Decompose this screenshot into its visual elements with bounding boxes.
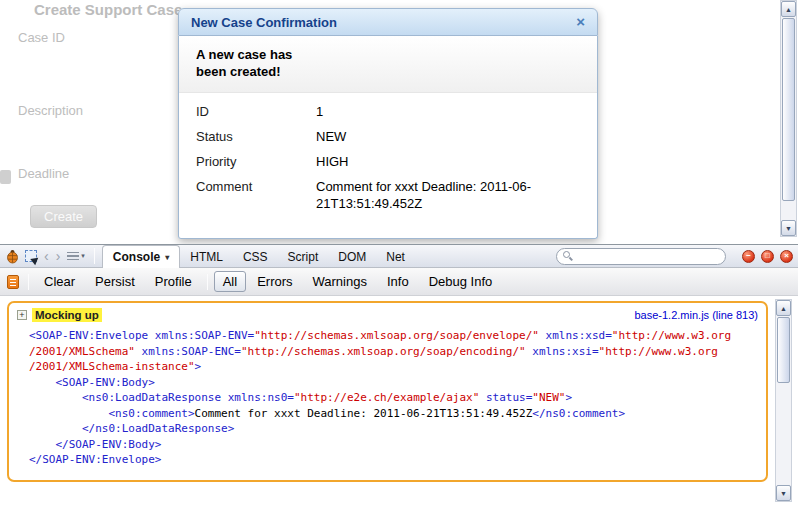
row-comment: Comment Comment for xxxt Deadline: 2011-…: [196, 178, 580, 212]
xml-segment: status=: [479, 391, 532, 404]
dialog-header: New Case Confirmation ×: [178, 8, 598, 36]
xml-segment: "http://www.w3.org: [612, 329, 731, 342]
row-id: ID 1: [196, 103, 580, 120]
tab-label: Console: [113, 250, 160, 264]
close-button[interactable]: ×: [780, 250, 793, 263]
xml-segment: </ns0:comment>: [532, 407, 625, 420]
caret-down-icon: ▾: [165, 253, 169, 262]
console-panel: + Mocking up base-1.2.min.js (line 813) …: [0, 296, 798, 519]
row-value: NEW: [316, 128, 578, 145]
tab-script[interactable]: Script: [278, 246, 329, 267]
profile-button[interactable]: Profile: [146, 271, 201, 292]
xml-output: <SOAP-ENV:Envelope xmlns:SOAP-ENV="http:…: [29, 328, 758, 468]
filter-errors[interactable]: Errors: [248, 271, 301, 292]
firebug-main-toolbar: ‹ › ▾ Console ▾ HTML CSS Script DOM Net: [0, 245, 798, 268]
calendar-icon: [0, 170, 11, 184]
xml-segment: "http://e2e.ch/example/ajax": [294, 391, 479, 404]
tab-css[interactable]: CSS: [233, 246, 278, 267]
description-label: Description: [18, 103, 83, 118]
browser-page: Create Support Case Case ID Description …: [0, 0, 798, 244]
xml-segment: "http://schemas.xmlsoap.org/soap/envelop…: [254, 329, 539, 342]
dialog-title: New Case Confirmation: [191, 15, 576, 30]
tab-dom[interactable]: DOM: [328, 246, 376, 267]
screen: Create Support Case Case ID Description …: [0, 0, 798, 519]
xml-line: /2001/XMLSchema" xmlns:SOAP-ENC="http://…: [29, 344, 758, 360]
xml-segment: [29, 422, 82, 435]
create-button[interactable]: Create: [30, 205, 97, 228]
filter-info[interactable]: Info: [378, 271, 418, 292]
xml-segment: >: [195, 360, 202, 373]
scrollbar-thumb[interactable]: [777, 317, 790, 383]
scroll-down-icon[interactable]: ▼: [781, 220, 796, 236]
xml-segment: </ns0:LoadDataResponse>: [82, 422, 234, 435]
close-icon[interactable]: ×: [576, 15, 585, 29]
xml-segment: </SOAP-ENV:Body>: [56, 438, 162, 451]
expand-toggle-icon[interactable]: +: [17, 310, 27, 320]
xml-segment: /2001/XMLSchema": [29, 345, 135, 358]
log-entry-header: + Mocking up base-1.2.min.js (line 813): [17, 308, 758, 322]
scrollbar-thumb[interactable]: [782, 18, 795, 201]
search-icon: [563, 251, 570, 258]
tab-label: CSS: [243, 250, 268, 264]
row-label: Priority: [196, 153, 316, 170]
xml-segment: </SOAP-ENV:Envelope>: [29, 453, 161, 466]
xml-segment: xmlns:xsi=: [526, 345, 599, 358]
case-id-label: Case ID: [18, 30, 65, 45]
tab-console[interactable]: Console ▾: [102, 245, 180, 268]
dialog-message: A new case has been created!: [196, 46, 314, 80]
clear-button[interactable]: Clear: [35, 271, 84, 292]
xml-segment: xmlns:xsd=: [539, 329, 612, 342]
log-title: Mocking up: [32, 308, 102, 322]
xml-segment: <ns0:LoadDataResponse: [82, 391, 228, 404]
filter-all[interactable]: All: [214, 271, 246, 292]
tab-html[interactable]: HTML: [180, 246, 233, 267]
back-chevron-icon[interactable]: ‹: [42, 249, 51, 263]
filter-debug-info[interactable]: Debug Info: [420, 271, 502, 292]
xml-line: <ns0:comment>Comment for xxxt Deadline: …: [29, 406, 758, 422]
xml-segment: >: [565, 391, 572, 404]
firebug-tabs: Console ▾ HTML CSS Script DOM Net: [102, 245, 415, 267]
xml-segment: Comment for xxxt Deadline: 2011-06-21T13…: [195, 407, 533, 420]
row-status: Status NEW: [196, 128, 580, 145]
scroll-down-icon[interactable]: ▼: [776, 485, 791, 501]
tab-label: DOM: [338, 250, 366, 264]
separator: [28, 274, 29, 290]
separator: [207, 274, 208, 290]
xml-segment: "NEW": [532, 391, 565, 404]
row-label: Status: [196, 128, 316, 145]
xml-segment: [29, 438, 56, 451]
tab-label: HTML: [190, 250, 223, 264]
row-label: Comment: [196, 178, 316, 212]
panel-options-menu[interactable]: ▾: [65, 252, 87, 261]
xml-line: </SOAP-ENV:Envelope>: [29, 452, 758, 468]
firebug-panel: ‹ › ▾ Console ▾ HTML CSS Script DOM Net: [0, 244, 798, 519]
xml-segment: "http://schemas.xmlsoap.org/soap/encodin…: [241, 345, 526, 358]
xml-segment: /2001/XMLSchema-instance": [29, 360, 195, 373]
row-value: 1: [316, 103, 578, 120]
firebug-menu-icon[interactable]: [5, 249, 20, 264]
xml-segment: xmlns:SOAP-ENC=: [135, 345, 241, 358]
scroll-up-icon[interactable]: ▲: [776, 300, 791, 316]
console-status-icon[interactable]: [7, 275, 19, 289]
search-input[interactable]: [556, 248, 726, 265]
detach-window-button[interactable]: □: [761, 250, 774, 263]
log-entry: + Mocking up base-1.2.min.js (line 813) …: [7, 301, 768, 482]
page-scrollbar[interactable]: ▲ ▼: [780, 0, 797, 237]
scroll-up-icon[interactable]: ▲: [781, 1, 796, 17]
xml-segment: xmlns:SOAP-ENV=: [155, 329, 254, 342]
persist-button[interactable]: Persist: [86, 271, 144, 292]
xml-line: </ns0:LoadDataResponse>: [29, 421, 758, 437]
minimize-button[interactable]: −: [742, 250, 755, 263]
source-link[interactable]: base-1.2.min.js (line 813): [634, 309, 758, 321]
inspect-element-icon[interactable]: [25, 250, 37, 262]
console-scrollbar[interactable]: ▲ ▼: [775, 299, 792, 502]
forward-chevron-icon[interactable]: ›: [54, 249, 63, 263]
xml-segment: "http://www.w3.org: [599, 345, 718, 358]
bug-icon: [5, 249, 20, 264]
menu-lines-icon: [67, 252, 79, 261]
tab-net[interactable]: Net: [376, 246, 415, 267]
dialog-detail-table: ID 1 Status NEW Priority HIGH Comment Co…: [179, 93, 597, 212]
tab-label: Script: [288, 250, 319, 264]
filter-warnings[interactable]: Warnings: [304, 271, 376, 292]
row-priority: Priority HIGH: [196, 153, 580, 170]
